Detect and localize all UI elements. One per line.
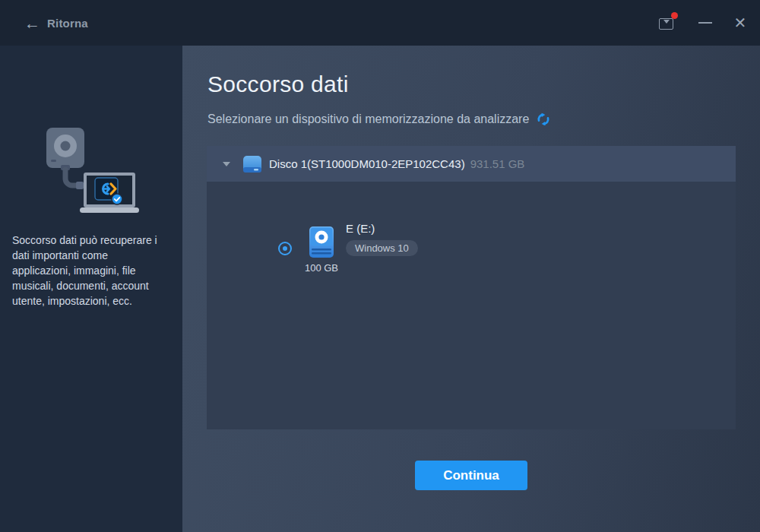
subtitle-text: Selezionare un dispositivo di memorizzaz…	[207, 112, 529, 126]
back-arrow-icon: ←	[24, 15, 40, 31]
disk-icon	[242, 154, 262, 175]
cable	[65, 169, 77, 185]
window-controls: ✕	[659, 0, 760, 46]
drive-to-laptop-illustration	[44, 126, 143, 214]
partition-size: 100 GB	[304, 262, 339, 274]
collapse-chevron-icon[interactable]	[223, 162, 230, 166]
subtitle-row: Selezionare un dispositivo di memorizzaz…	[207, 112, 550, 126]
partition-label: E (E:)	[346, 222, 375, 235]
minimize-button[interactable]	[690, 0, 720, 46]
main-content: Soccorso dati Selezionare un dispositivo…	[182, 46, 760, 532]
radio-dot	[283, 246, 287, 251]
continue-button[interactable]: Continua	[415, 461, 527, 490]
refresh-icon[interactable]	[537, 112, 550, 126]
partition-os-badge: Windows 10	[346, 240, 418, 256]
close-button[interactable]: ✕	[720, 0, 760, 46]
disk-name: Disco 1(ST1000DM010-2EP102CC43)	[269, 157, 465, 170]
sidebar-description: Soccorso dati può recuperare i dati impo…	[12, 233, 163, 309]
partition-icon-wrap: 100 GB	[304, 226, 339, 274]
notification-red-dot	[671, 12, 678, 19]
device-list-panel: Disco 1(ST1000DM010-2EP102CC43) 931.51 G…	[207, 146, 736, 429]
disk-size: 931.51 GB	[470, 157, 525, 170]
partition-radio[interactable]	[278, 242, 292, 255]
notification-pin-icon[interactable]	[659, 16, 675, 30]
back-label: Ritorna	[47, 17, 88, 30]
pin-chevron-icon	[663, 20, 670, 24]
check-badge-icon	[112, 194, 122, 204]
disk-header-row[interactable]: Disco 1(ST1000DM010-2EP102CC43) 931.51 G…	[207, 146, 736, 182]
minimize-icon	[698, 22, 712, 24]
page-title: Soccorso dati	[207, 71, 349, 97]
back-button[interactable]: ← Ritorna	[24, 0, 88, 46]
sidebar: Soccorso dati può recuperare i dati impo…	[0, 46, 182, 532]
titlebar: ← Ritorna ✕	[0, 0, 760, 46]
partition-drive-icon	[309, 226, 334, 258]
partition-row[interactable]: 100 GB E (E:) Windows 10	[207, 182, 736, 250]
